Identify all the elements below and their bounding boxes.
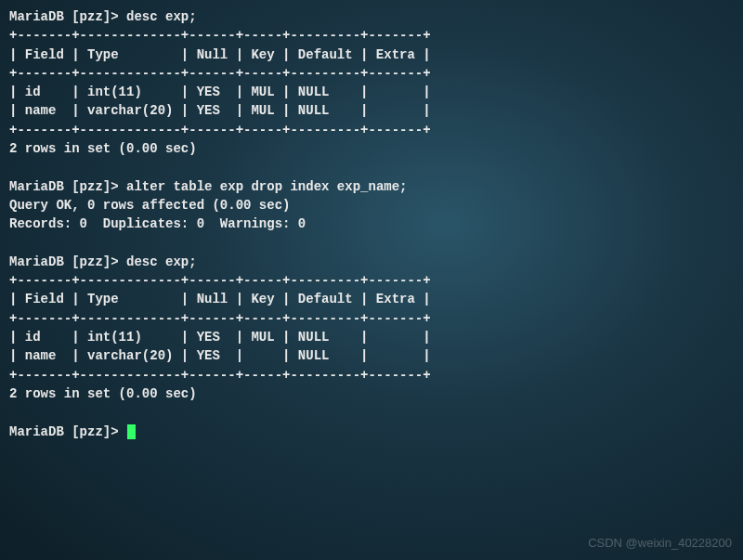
prompt: MariaDB [pzz]> — [9, 9, 126, 24]
query-ok: Query OK, 0 rows affected (0.00 sec) — [9, 198, 290, 213]
table-header: | Field | Type | Null | Key | Default | … — [9, 47, 431, 62]
prompt: MariaDB [pzz]> — [9, 179, 126, 194]
table-sep: +-------+-------------+------+-----+----… — [9, 123, 431, 137]
command-desc-1: desc exp; — [126, 9, 197, 24]
cursor[interactable] — [127, 424, 136, 439]
records-line: Records: 0 Duplicates: 0 Warnings: 0 — [9, 216, 306, 231]
watermark: CSDN @weixin_40228200 — [588, 535, 732, 553]
table-header: | Field | Type | Null | Key | Default | … — [9, 292, 431, 306]
table-sep: +-------+-------------+------+-----+----… — [9, 273, 431, 288]
rows-in-set: 2 rows in set (0.00 sec) — [9, 386, 197, 401]
prompt: MariaDB [pzz]> — [9, 424, 126, 439]
table-sep: +-------+-------------+------+-----+----… — [9, 311, 431, 326]
table-sep: +-------+-------------+------+-----+----… — [9, 28, 431, 43]
rows-in-set: 2 rows in set (0.00 sec) — [9, 141, 197, 156]
table-sep: +-------+-------------+------+-----+----… — [9, 368, 431, 383]
terminal-output: MariaDB [pzz]> desc exp; +-------+------… — [9, 7, 734, 441]
table-row: | id | int(11) | YES | MUL | NULL | | — [9, 330, 431, 345]
table-row: | name | varchar(20) | YES | MUL | NULL … — [9, 103, 431, 118]
table-sep: +-------+-------------+------+-----+----… — [9, 66, 431, 81]
command-alter: alter table exp drop index exp_name; — [126, 179, 407, 194]
prompt: MariaDB [pzz]> — [9, 254, 126, 269]
table-row: | id | int(11) | YES | MUL | NULL | | — [9, 85, 431, 99]
command-desc-2: desc exp; — [126, 254, 197, 269]
table-row: | name | varchar(20) | YES | | NULL | | — [9, 348, 431, 363]
